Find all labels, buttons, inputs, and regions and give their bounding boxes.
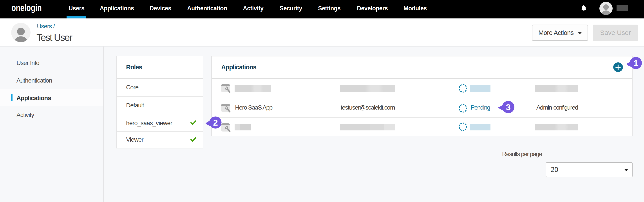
svg-text:onelogin: onelogin [12, 3, 42, 13]
svg-text:1: 1 [634, 58, 638, 68]
svg-text:2: 2 [213, 118, 218, 127]
svg-text:3: 3 [506, 102, 511, 112]
